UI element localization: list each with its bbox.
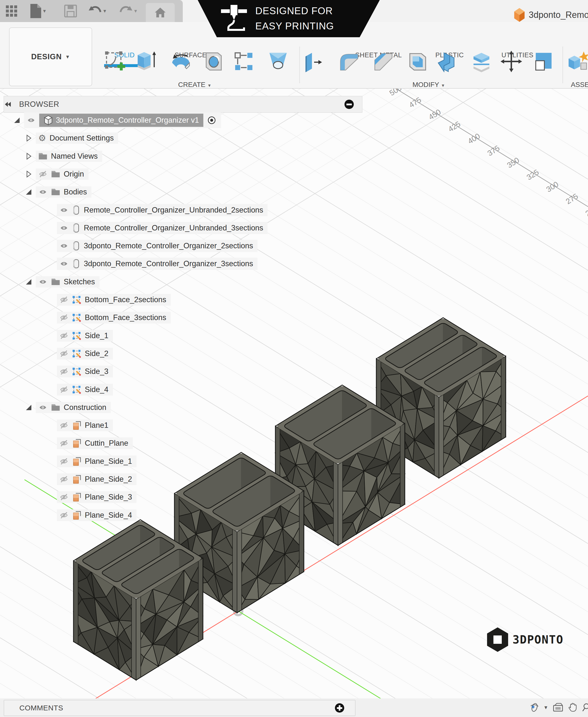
- orbit-caret-icon[interactable]: ▼: [543, 705, 548, 710]
- new-component-icon[interactable]: [566, 48, 588, 75]
- tree-item-remote-controller-organizer-unbranded-2sections[interactable]: Remote_Controller_Organizer_Unbranded_2s…: [57, 203, 268, 217]
- group-label-create[interactable]: CREATE ▼: [178, 81, 211, 89]
- pan-hand-icon[interactable]: [568, 701, 578, 714]
- combine-icon[interactable]: [435, 48, 457, 75]
- eye-hidden-icon[interactable]: [59, 493, 69, 501]
- eye-hidden-icon[interactable]: [59, 296, 69, 304]
- replace-face-icon[interactable]: [532, 48, 555, 75]
- eye-hidden-icon[interactable]: [59, 314, 69, 322]
- comments-bar[interactable]: COMMENTS: [4, 700, 356, 716]
- orbit-icon[interactable]: [529, 701, 539, 714]
- hole-icon[interactable]: [202, 48, 224, 75]
- home-tab[interactable]: [146, 3, 175, 22]
- fillet-icon[interactable]: [338, 48, 360, 75]
- zoom-icon[interactable]: [582, 701, 588, 713]
- collapse-left-icon[interactable]: [4, 101, 14, 108]
- group-label-modify[interactable]: MODIFY ▼: [413, 81, 445, 89]
- selected-item-band[interactable]: 3dponto_Remote_Controller_Organizer v1: [39, 114, 203, 127]
- tree-item-side-1[interactable]: Side_1: [57, 329, 113, 343]
- tree-item-plane-side-1[interactable]: Plane_Side_1: [57, 454, 136, 469]
- activate-radio-icon[interactable]: [207, 115, 216, 125]
- look-at-icon[interactable]: [553, 701, 563, 713]
- expander-collapsed-icon[interactable]: [24, 152, 33, 160]
- file-menu-icon[interactable]: ▾: [30, 0, 46, 22]
- tree-item-3dponto-remote-controller-organizer-v1[interactable]: 3dponto_Remote_Controller_Organizer v1: [13, 113, 221, 127]
- eye-hidden-icon[interactable]: [59, 368, 69, 375]
- tree-item-plane1[interactable]: Plane1: [57, 418, 113, 432]
- tree-item-plane-side-2[interactable]: Plane_Side_2: [57, 472, 136, 486]
- minimize-icon[interactable]: [344, 99, 354, 109]
- tree-item-3dponto-remote-controller-organizer-2sections[interactable]: 3dponto_Remote_Controller_Organizer_2sec…: [57, 239, 257, 253]
- eye-hidden-icon[interactable]: [59, 332, 69, 340]
- document-tab[interactable]: 3dponto_Remo: [513, 7, 588, 23]
- tree-item-named-views[interactable]: Named Views: [24, 149, 102, 163]
- pattern-icon[interactable]: [232, 48, 255, 75]
- tree-item-bottom-face-2sections[interactable]: Bottom_Face_2sections: [57, 292, 171, 307]
- expander-collapsed-icon[interactable]: [24, 170, 33, 178]
- expander-collapsed-icon[interactable]: [24, 134, 33, 142]
- save-icon[interactable]: [64, 0, 77, 22]
- eye-hidden-icon[interactable]: [59, 457, 69, 465]
- eye-hidden-icon[interactable]: [59, 386, 69, 393]
- sketch-icon: [72, 295, 81, 304]
- tree-item-side-4[interactable]: Side_4: [57, 383, 113, 397]
- revolve-icon[interactable]: [170, 48, 192, 75]
- tree-item-bottom-face-3sections[interactable]: Bottom_Face_3sections: [57, 310, 171, 325]
- tree-item-construction[interactable]: Construction: [24, 400, 111, 415]
- offset-face-icon[interactable]: [470, 48, 493, 75]
- tree-item-side-3[interactable]: Side_3: [57, 364, 113, 378]
- eye-hidden-icon[interactable]: [38, 170, 47, 178]
- eye-hidden-icon[interactable]: [59, 421, 69, 429]
- tree-item-bodies[interactable]: Bodies: [24, 185, 91, 199]
- chevron-down-icon: ▼: [441, 83, 445, 88]
- sketch-icon: [72, 313, 81, 322]
- press-pull-icon[interactable]: [303, 48, 326, 75]
- create-sketch-icon[interactable]: [104, 48, 126, 75]
- file-caret-icon[interactable]: ▾: [43, 8, 46, 14]
- app-grid-icon[interactable]: [6, 0, 17, 22]
- tree-item-side-2[interactable]: Side_2: [57, 347, 113, 361]
- eye-hidden-icon[interactable]: [59, 511, 69, 519]
- design-workspace-button[interactable]: DESIGN▼: [9, 27, 92, 86]
- eye-hidden-icon[interactable]: [59, 350, 69, 357]
- expander-expanded-icon[interactable]: [13, 116, 21, 124]
- sketch-icon: [72, 367, 81, 376]
- add-comment-icon[interactable]: [334, 703, 345, 713]
- eye-visible-icon[interactable]: [59, 206, 69, 214]
- shell-icon[interactable]: [406, 48, 429, 75]
- tree-item-origin[interactable]: Origin: [24, 167, 88, 181]
- eye-visible-icon[interactable]: [59, 224, 69, 232]
- loft-icon[interactable]: [267, 48, 289, 75]
- tree-item-cuttin-plane[interactable]: Cuttin_Plane: [57, 436, 133, 450]
- chamfer-icon[interactable]: [372, 48, 395, 75]
- tree-item-remote-controller-organizer-unbranded-3sections[interactable]: Remote_Controller_Organizer_Unbranded_3s…: [57, 221, 268, 235]
- eye-visible-icon[interactable]: [59, 242, 69, 250]
- browser-panel-header[interactable]: BROWSER: [4, 96, 362, 113]
- undo-caret-icon[interactable]: ▾: [103, 8, 106, 14]
- ruler-label: 425: [447, 120, 462, 133]
- extrude-icon[interactable]: [136, 48, 158, 75]
- redo-icon[interactable]: ▾: [119, 0, 137, 22]
- tree-item-document-settings[interactable]: ⚙Document Settings: [24, 131, 118, 145]
- expander-expanded-icon[interactable]: [24, 403, 33, 412]
- tree-item-3dponto-remote-controller-organizer-3sections[interactable]: 3dponto_Remote_Controller_Organizer_3sec…: [57, 257, 257, 271]
- expander-expanded-icon[interactable]: [24, 278, 33, 286]
- eye-hidden-icon[interactable]: [59, 475, 69, 483]
- move-copy-icon[interactable]: [500, 48, 523, 75]
- eye-visible-icon[interactable]: [38, 188, 47, 196]
- eye-hidden-icon[interactable]: [59, 439, 69, 447]
- folder-icon: [51, 170, 60, 178]
- eye-visible-icon[interactable]: [26, 116, 36, 124]
- eye-visible-icon[interactable]: [38, 404, 47, 411]
- folder-icon: [38, 152, 47, 160]
- redo-caret-icon[interactable]: ▾: [134, 8, 137, 14]
- eye-visible-icon[interactable]: [38, 278, 47, 286]
- tree-item-sketches[interactable]: Sketches: [24, 275, 100, 289]
- eye-visible-icon[interactable]: [59, 260, 69, 268]
- construction-plane-icon: [72, 475, 81, 484]
- tree-item-plane-side-4[interactable]: Plane_Side_4: [57, 508, 136, 522]
- expander-expanded-icon[interactable]: [24, 188, 33, 196]
- tree-item-plane-side-3[interactable]: Plane_Side_3: [57, 490, 136, 504]
- group-label-assemble[interactable]: ASSE: [571, 81, 588, 89]
- undo-icon[interactable]: ▾: [88, 0, 106, 22]
